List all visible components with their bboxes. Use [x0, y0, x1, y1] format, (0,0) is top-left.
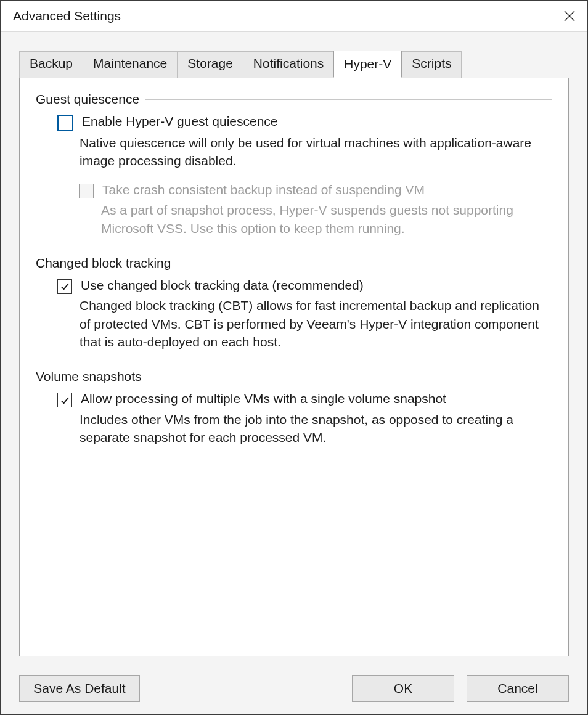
checkbox-use-cbt[interactable] [57, 279, 72, 294]
option-description: As a part of snapshot process, Hyper-V s… [101, 201, 552, 237]
group-volume-snapshots: Volume snapshots Allow processing of mul… [36, 369, 552, 446]
checkmark-icon [60, 282, 70, 291]
checkbox-label: Enable Hyper-V guest quiescence [82, 113, 278, 130]
tab-backup[interactable]: Backup [19, 51, 83, 78]
dialog-window: Advanced Settings Backup Maintenance Sto… [0, 0, 588, 715]
checkmark-icon [60, 396, 70, 405]
option-description: Includes other VMs from the job into the… [80, 411, 552, 447]
checkbox-crash-consistent [79, 184, 94, 198]
ok-button[interactable]: OK [352, 675, 454, 702]
option-description: Changed block tracking (CBT) allows for … [80, 296, 552, 351]
cancel-button[interactable]: Cancel [467, 675, 569, 702]
group-changed-block-tracking: Changed block tracking Use changed block… [36, 256, 552, 351]
option-description: Native quiescence will only be used for … [80, 134, 552, 170]
tab-hyper-v[interactable]: Hyper-V [333, 51, 402, 78]
group-heading: Guest quiescence [36, 92, 552, 107]
separator [145, 99, 552, 100]
save-as-default-button[interactable]: Save As Default [19, 675, 140, 702]
group-title: Volume snapshots [36, 369, 142, 384]
close-icon [564, 10, 575, 22]
titlebar: Advanced Settings [1, 1, 587, 32]
option-enable-guest-quiescence: Enable Hyper-V guest quiescence [57, 113, 552, 131]
checkbox-allow-multi-vm-snapshot[interactable] [57, 393, 72, 407]
checkbox-label: Use changed block tracking data (recomme… [81, 277, 364, 294]
separator [148, 377, 552, 377]
group-guest-quiescence: Guest quiescence Enable Hyper-V guest qu… [36, 92, 552, 237]
group-heading: Volume snapshots [36, 369, 552, 384]
separator [177, 263, 552, 263]
option-allow-multi-vm-snapshot: Allow processing of multiple VMs with a … [57, 390, 552, 407]
checkbox-label: Allow processing of multiple VMs with a … [81, 390, 446, 407]
option-crash-consistent: Take crash consistent backup instead of … [79, 181, 552, 198]
group-title: Changed block tracking [36, 256, 171, 271]
dialog-content: Backup Maintenance Storage Notifications… [1, 32, 587, 663]
dialog-footer: Save As Default OK Cancel [1, 663, 587, 714]
close-button[interactable] [555, 2, 584, 30]
dialog-title: Advanced Settings [13, 9, 121, 23]
tab-notifications[interactable]: Notifications [243, 51, 334, 78]
group-title: Guest quiescence [36, 92, 139, 107]
group-heading: Changed block tracking [36, 256, 552, 271]
tab-storage[interactable]: Storage [177, 51, 243, 78]
tab-maintenance[interactable]: Maintenance [83, 51, 178, 78]
option-use-cbt: Use changed block tracking data (recomme… [57, 277, 552, 294]
tab-scripts[interactable]: Scripts [401, 51, 462, 78]
tabstrip: Backup Maintenance Storage Notifications… [19, 51, 569, 78]
checkbox-enable-guest-quiescence[interactable] [57, 115, 73, 131]
tab-panel-hyper-v: Guest quiescence Enable Hyper-V guest qu… [19, 78, 569, 656]
checkbox-label: Take crash consistent backup instead of … [102, 181, 425, 198]
